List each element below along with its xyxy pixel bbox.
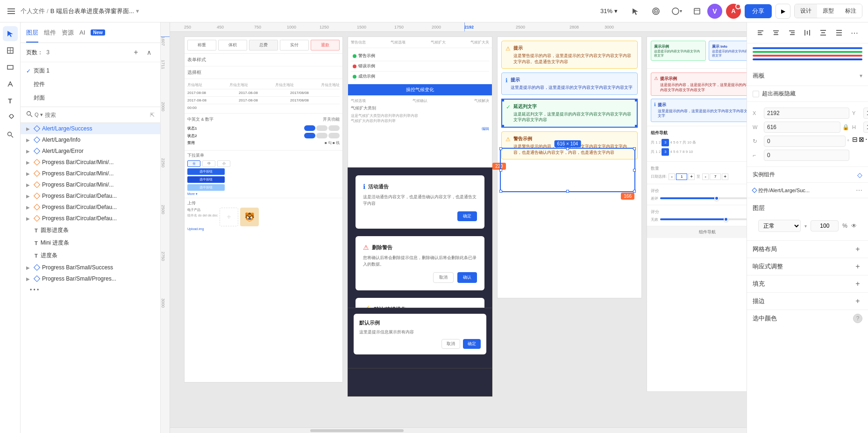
count-minus-2[interactable]: - <box>702 173 709 180</box>
target-icon-btn[interactable] <box>649 5 662 18</box>
play-button[interactable]: ▶ <box>776 4 790 19</box>
count-minus[interactable]: - <box>669 173 675 180</box>
canvas-content[interactable]: 称重 体积 总费 实付 退款 表单样式 选择框 月仙地址月仙主地址月仙主地址月仙… <box>170 32 747 424</box>
horizontal-scrollbar[interactable] <box>170 427 747 433</box>
panel-icon-7[interactable]: ⋯ <box>848 26 861 39</box>
confirm-ok-button[interactable]: 确定 <box>457 211 477 221</box>
canvas-expand-icon[interactable]: ▾ <box>860 72 862 79</box>
layer-item-10[interactable]: T Mini 进度条 <box>21 237 160 249</box>
delete-cancel-button[interactable]: 取消 <box>433 272 454 283</box>
count-plus-2[interactable]: + <box>722 173 728 180</box>
circle-icon-btn[interactable]: ▾ <box>670 5 683 18</box>
empty-cancel-button[interactable]: 取消 <box>441 339 460 349</box>
layer-item-more[interactable]: • • • <box>21 284 160 296</box>
layer-item-0[interactable]: ▶ Alert/Large/Success <box>21 123 160 134</box>
upload-link[interactable]: Upload.img <box>187 227 340 231</box>
tab-annotation[interactable]: 标注 <box>840 4 862 18</box>
layer-item-12[interactable]: ▶ Progress Bar/Small/Success <box>21 262 160 273</box>
collapse-icon[interactable]: ∧ <box>143 47 155 58</box>
zoom-control[interactable]: 31% ▾ <box>597 6 621 16</box>
search-tool[interactable] <box>3 127 18 142</box>
tab-layers[interactable]: 图层 <box>26 27 38 39</box>
main-area: T 图层 组件 资源 AI New 页数： 3 + ∧ <box>0 22 868 433</box>
tab-design[interactable]: 设计 <box>795 4 817 18</box>
corner-icon-2[interactable]: ⊠ <box>859 136 864 143</box>
page-3-btn-2[interactable]: 3 <box>662 148 669 156</box>
add-page-button[interactable]: + <box>130 47 142 58</box>
search-expand-icon[interactable]: ⇱ <box>150 112 155 118</box>
lock-icon[interactable]: 🔒 <box>842 124 849 130</box>
layer-item-3[interactable]: ▶ Progress Bar/Circular/Mini/... <box>21 157 160 168</box>
overflow-checkbox[interactable] <box>753 91 759 97</box>
search-input[interactable] <box>45 112 148 118</box>
layer-item-4[interactable]: ▶ Progress Bar/Circular/Mini/... <box>21 168 160 179</box>
page-item-3[interactable]: 封面 <box>21 91 160 105</box>
page-item-2[interactable]: 控件 <box>21 78 160 91</box>
grid-add-button[interactable]: + <box>853 245 862 254</box>
layer-item-8[interactable]: ▶ Progress Bar/Circular/Defau... <box>21 213 160 224</box>
panel-icon-5[interactable] <box>817 26 830 39</box>
fill-add-button[interactable]: + <box>853 279 862 289</box>
move-icon-btn[interactable] <box>629 5 642 18</box>
share-button[interactable]: 分享 <box>745 4 772 18</box>
layer-item-11[interactable]: T 进度条 <box>21 249 160 262</box>
delete-confirm-button[interactable]: 确认 <box>457 272 477 283</box>
layer-item-5[interactable]: ▶ Progress Bar/Circular/Mini/... <box>21 179 160 190</box>
layer-item-9[interactable]: T 圆形进度条 <box>21 224 160 237</box>
component-tool[interactable] <box>3 110 18 125</box>
page-item-1[interactable]: ✓ 页面 1 <box>21 64 160 78</box>
layer-item-6[interactable]: ▶ Progress Bar/Circular/Defau... <box>21 190 160 202</box>
panel-icon-2[interactable] <box>769 26 783 39</box>
layer-item-1[interactable]: ▶ Alert/Large/Info <box>21 134 160 145</box>
upload-btn[interactable]: + <box>220 208 238 226</box>
help-icon[interactable]: ? <box>853 314 862 323</box>
search-prefix[interactable] <box>26 111 33 119</box>
panel-icon-4[interactable] <box>801 26 814 39</box>
instance-more-icon[interactable]: ⋯ <box>856 187 862 194</box>
tab-prototype[interactable]: 原型 <box>817 4 840 18</box>
search-dropdown[interactable]: Q ▾ <box>35 112 43 118</box>
r1-input[interactable] <box>764 136 846 147</box>
edit-icon-btn[interactable] <box>690 5 704 18</box>
hamburger-menu[interactable] <box>6 7 17 16</box>
more-link[interactable]: More ▾ <box>187 192 340 196</box>
h-input[interactable] <box>863 122 868 133</box>
r3-input[interactable] <box>764 150 849 161</box>
warning-body: 这是警告提示的内容，这里是提示的文字内容文字内容文字内容文字内容。也是通告文字内… <box>513 53 633 65</box>
panel-icon-6[interactable] <box>832 26 846 39</box>
x-input[interactable] <box>764 108 849 119</box>
panel-icon-1[interactable] <box>754 26 767 39</box>
scrollbar-thumb[interactable] <box>310 429 404 432</box>
canvas-area[interactable]: 250 450 750 1000 1250 1500 1750 2000 219… <box>161 22 747 433</box>
opacity-input[interactable] <box>811 220 839 231</box>
rate-thumb[interactable] <box>724 217 728 222</box>
blend-select[interactable]: 正常 叠加 正片叠底 <box>758 220 801 232</box>
y-input[interactable] <box>863 108 868 119</box>
breadcrumb-expand-icon[interactable]: ▾ <box>136 7 139 14</box>
layer-item-2[interactable]: ▶ Alert/Large/Error <box>21 145 160 157</box>
instance-diamond-icon[interactable]: ◇ <box>857 171 862 179</box>
tab-ai[interactable]: AI <box>79 27 85 38</box>
count-value-2: 7 <box>710 173 721 180</box>
count-plus[interactable]: + <box>688 173 695 180</box>
text-tool[interactable]: T <box>3 94 18 108</box>
responsive-add-button[interactable]: + <box>853 262 862 271</box>
top-cards-row: 称重 体积 总费 实付 退款 <box>185 37 342 54</box>
stroke-add-button[interactable]: + <box>853 296 862 306</box>
page-3-btn[interactable]: 3 <box>662 139 669 146</box>
pen-tool[interactable] <box>3 77 18 92</box>
panel-icon-3[interactable] <box>785 26 798 39</box>
frame-tool[interactable] <box>3 43 18 58</box>
more-icon[interactable]: ⋯ <box>865 136 868 143</box>
tab-resources[interactable]: 资源 <box>62 27 74 39</box>
rectangle-tool[interactable] <box>3 60 18 75</box>
corner-icon-1[interactable]: ⊟ <box>852 136 858 143</box>
select-tool[interactable] <box>3 26 18 41</box>
tab-components[interactable]: 组件 <box>44 27 56 39</box>
visibility-icon[interactable]: 👁 <box>851 223 857 229</box>
layer-item-7[interactable]: ▶ Progress Bar/Circular/Defau... <box>21 202 160 213</box>
empty-confirm-button[interactable]: 确定 <box>463 339 481 349</box>
slider-thumb[interactable] <box>714 196 719 201</box>
w-input[interactable] <box>764 122 840 133</box>
layer-item-13[interactable]: ▶ Progress Bar/Small/Progres... <box>21 273 160 284</box>
